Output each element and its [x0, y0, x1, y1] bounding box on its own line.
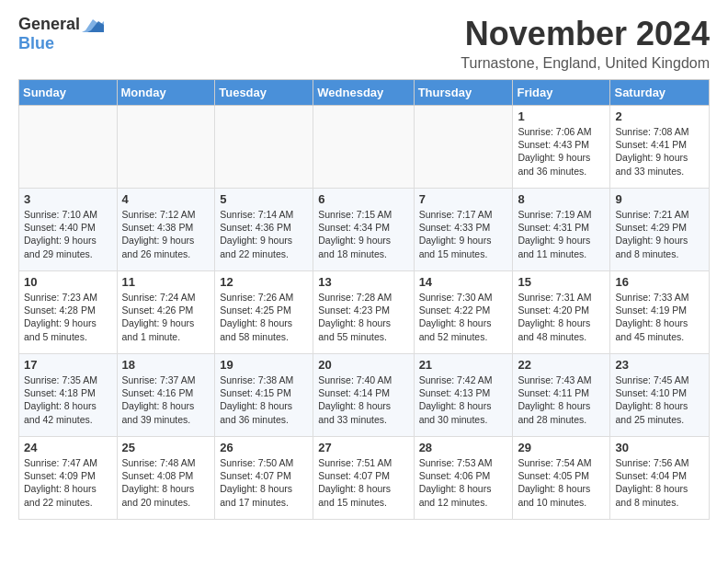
table-row: 23Sunrise: 7:45 AM Sunset: 4:10 PM Dayli…: [610, 354, 710, 437]
day-info: Sunrise: 7:50 AM Sunset: 4:07 PM Dayligh…: [220, 456, 308, 509]
table-row: 15Sunrise: 7:31 AM Sunset: 4:20 PM Dayli…: [513, 271, 610, 354]
day-info: Sunrise: 7:42 AM Sunset: 4:13 PM Dayligh…: [419, 373, 508, 426]
table-row: 29Sunrise: 7:54 AM Sunset: 4:05 PM Dayli…: [513, 437, 610, 520]
table-row: 28Sunrise: 7:53 AM Sunset: 4:06 PM Dayli…: [414, 437, 513, 520]
month-title: November 2024: [461, 15, 710, 53]
calendar-week-row: 1Sunrise: 7:06 AM Sunset: 4:43 PM Daylig…: [19, 106, 710, 189]
table-row: 13Sunrise: 7:28 AM Sunset: 4:23 PM Dayli…: [313, 271, 414, 354]
table-row: 5Sunrise: 7:14 AM Sunset: 4:36 PM Daylig…: [215, 189, 313, 271]
calendar-table: SundayMondayTuesdayWednesdayThursdayFrid…: [18, 79, 710, 520]
day-info: Sunrise: 7:30 AM Sunset: 4:22 PM Dayligh…: [419, 291, 508, 343]
calendar-wrapper: SundayMondayTuesdayWednesdayThursdayFrid…: [0, 79, 728, 529]
day-info: Sunrise: 7:31 AM Sunset: 4:20 PM Dayligh…: [518, 291, 605, 343]
table-row: 24Sunrise: 7:47 AM Sunset: 4:09 PM Dayli…: [19, 437, 118, 520]
column-header-friday: Friday: [513, 80, 610, 106]
day-number: 19: [220, 358, 308, 372]
table-row: [215, 106, 313, 189]
day-number: 1: [518, 109, 605, 123]
day-number: 24: [24, 441, 112, 454]
day-number: 2: [615, 109, 704, 123]
day-number: 22: [518, 358, 605, 372]
column-header-tuesday: Tuesday: [215, 80, 313, 106]
day-info: Sunrise: 7:51 AM Sunset: 4:07 PM Dayligh…: [318, 456, 408, 509]
day-number: 14: [419, 275, 508, 289]
table-row: 10Sunrise: 7:23 AM Sunset: 4:28 PM Dayli…: [19, 271, 118, 354]
day-info: Sunrise: 7:56 AM Sunset: 4:04 PM Dayligh…: [615, 456, 704, 509]
day-info: Sunrise: 7:12 AM Sunset: 4:38 PM Dayligh…: [122, 208, 210, 260]
day-number: 30: [615, 441, 704, 454]
day-number: 9: [615, 192, 704, 206]
day-number: 11: [122, 275, 210, 289]
table-row: 6Sunrise: 7:15 AM Sunset: 4:34 PM Daylig…: [313, 189, 414, 271]
table-row: 12Sunrise: 7:26 AM Sunset: 4:25 PM Dayli…: [215, 271, 313, 354]
logo: General Blue: [18, 15, 104, 53]
table-row: [414, 106, 513, 189]
calendar-week-row: 24Sunrise: 7:47 AM Sunset: 4:09 PM Dayli…: [19, 437, 710, 520]
calendar-header-row: SundayMondayTuesdayWednesdayThursdayFrid…: [19, 80, 710, 106]
page-header: General Blue November 2024 Turnastone, E…: [0, 0, 728, 79]
day-info: Sunrise: 7:26 AM Sunset: 4:25 PM Dayligh…: [220, 291, 308, 343]
table-row: [117, 106, 215, 189]
day-info: Sunrise: 7:17 AM Sunset: 4:33 PM Dayligh…: [419, 208, 508, 260]
day-info: Sunrise: 7:08 AM Sunset: 4:41 PM Dayligh…: [615, 125, 704, 178]
day-number: 21: [419, 358, 508, 372]
table-row: 19Sunrise: 7:38 AM Sunset: 4:15 PM Dayli…: [215, 354, 313, 437]
day-info: Sunrise: 7:40 AM Sunset: 4:14 PM Dayligh…: [318, 373, 408, 426]
table-row: 30Sunrise: 7:56 AM Sunset: 4:04 PM Dayli…: [610, 437, 710, 520]
day-info: Sunrise: 7:06 AM Sunset: 4:43 PM Dayligh…: [518, 125, 605, 178]
day-info: Sunrise: 7:37 AM Sunset: 4:16 PM Dayligh…: [122, 373, 210, 426]
day-info: Sunrise: 7:38 AM Sunset: 4:15 PM Dayligh…: [220, 373, 308, 426]
day-info: Sunrise: 7:10 AM Sunset: 4:40 PM Dayligh…: [24, 208, 112, 260]
day-number: 18: [122, 358, 210, 372]
logo-general-text: General: [18, 15, 80, 34]
day-info: Sunrise: 7:48 AM Sunset: 4:08 PM Dayligh…: [122, 456, 210, 509]
table-row: 3Sunrise: 7:10 AM Sunset: 4:40 PM Daylig…: [19, 189, 118, 271]
day-info: Sunrise: 7:21 AM Sunset: 4:29 PM Dayligh…: [615, 208, 704, 260]
day-number: 6: [318, 192, 408, 206]
day-info: Sunrise: 7:19 AM Sunset: 4:31 PM Dayligh…: [518, 208, 605, 260]
day-info: Sunrise: 7:24 AM Sunset: 4:26 PM Dayligh…: [122, 291, 210, 343]
column-header-wednesday: Wednesday: [313, 80, 414, 106]
column-header-monday: Monday: [117, 80, 215, 106]
table-row: 25Sunrise: 7:48 AM Sunset: 4:08 PM Dayli…: [117, 437, 215, 520]
day-number: 17: [24, 358, 112, 372]
table-row: [19, 106, 118, 189]
day-number: 10: [24, 275, 112, 289]
location-subtitle: Turnastone, England, United Kingdom: [461, 55, 710, 72]
day-info: Sunrise: 7:43 AM Sunset: 4:11 PM Dayligh…: [518, 373, 605, 426]
day-number: 15: [518, 275, 605, 289]
day-info: Sunrise: 7:15 AM Sunset: 4:34 PM Dayligh…: [318, 208, 408, 260]
table-row: 22Sunrise: 7:43 AM Sunset: 4:11 PM Dayli…: [513, 354, 610, 437]
day-number: 26: [220, 441, 308, 454]
calendar-week-row: 17Sunrise: 7:35 AM Sunset: 4:18 PM Dayli…: [19, 354, 710, 437]
day-number: 23: [615, 358, 704, 372]
day-info: Sunrise: 7:28 AM Sunset: 4:23 PM Dayligh…: [318, 291, 408, 343]
day-number: 4: [122, 192, 210, 206]
day-number: 8: [518, 192, 605, 206]
day-number: 3: [24, 192, 112, 206]
table-row: 17Sunrise: 7:35 AM Sunset: 4:18 PM Dayli…: [19, 354, 118, 437]
day-number: 28: [419, 441, 508, 454]
column-header-sunday: Sunday: [19, 80, 118, 106]
table-row: 11Sunrise: 7:24 AM Sunset: 4:26 PM Dayli…: [117, 271, 215, 354]
table-row: [313, 106, 414, 189]
title-section: November 2024 Turnastone, England, Unite…: [461, 15, 710, 72]
day-number: 16: [615, 275, 704, 289]
day-info: Sunrise: 7:14 AM Sunset: 4:36 PM Dayligh…: [220, 208, 308, 260]
table-row: 21Sunrise: 7:42 AM Sunset: 4:13 PM Dayli…: [414, 354, 513, 437]
day-number: 12: [220, 275, 308, 289]
day-info: Sunrise: 7:47 AM Sunset: 4:09 PM Dayligh…: [24, 456, 112, 509]
day-number: 13: [318, 275, 408, 289]
day-info: Sunrise: 7:45 AM Sunset: 4:10 PM Dayligh…: [615, 373, 704, 426]
day-info: Sunrise: 7:23 AM Sunset: 4:28 PM Dayligh…: [24, 291, 112, 343]
table-row: 7Sunrise: 7:17 AM Sunset: 4:33 PM Daylig…: [414, 189, 513, 271]
day-info: Sunrise: 7:35 AM Sunset: 4:18 PM Dayligh…: [24, 373, 112, 426]
column-header-thursday: Thursday: [414, 80, 513, 106]
column-header-saturday: Saturday: [610, 80, 710, 106]
table-row: 16Sunrise: 7:33 AM Sunset: 4:19 PM Dayli…: [610, 271, 710, 354]
table-row: 4Sunrise: 7:12 AM Sunset: 4:38 PM Daylig…: [117, 189, 215, 271]
table-row: 2Sunrise: 7:08 AM Sunset: 4:41 PM Daylig…: [610, 106, 710, 189]
table-row: 27Sunrise: 7:51 AM Sunset: 4:07 PM Dayli…: [313, 437, 414, 520]
day-number: 29: [518, 441, 605, 454]
day-number: 25: [122, 441, 210, 454]
